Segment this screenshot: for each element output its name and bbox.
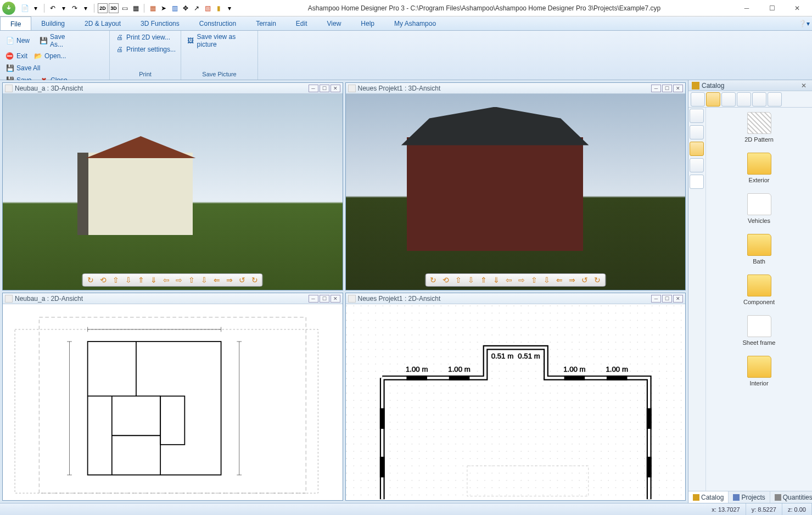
catalog-item-interior[interactable]: Interior <box>710 356 808 387</box>
cat-tab-6[interactable] <box>768 92 782 107</box>
catalog-item-component[interactable]: Component <box>710 275 808 305</box>
cat-tab-4[interactable] <box>737 92 751 107</box>
save-as-button[interactable]: 💾Save As... <box>37 32 80 49</box>
nav-up-icon[interactable]: ⇧ <box>453 275 464 285</box>
qat-new-doc[interactable]: 📄 <box>20 3 30 13</box>
view-minimize[interactable]: ─ <box>309 295 318 303</box>
view-close[interactable]: ✕ <box>331 295 340 303</box>
nav-right2-icon[interactable]: ⇒ <box>224 275 235 285</box>
qat-grid[interactable]: ▦ <box>148 3 158 13</box>
nav-tilt-right-icon[interactable]: ↻ <box>592 275 603 285</box>
menu-terrain[interactable]: Terrain <box>246 16 286 30</box>
open-button[interactable]: 📂Open... <box>32 51 64 61</box>
qat-cols[interactable]: ▥ <box>170 3 180 13</box>
qat-dropdown[interactable]: ▾ <box>31 3 41 13</box>
view-close[interactable]: ✕ <box>673 295 683 303</box>
menu-2d-layout[interactable]: 2D & Layout <box>75 16 131 30</box>
view-minimize[interactable]: ─ <box>651 85 661 92</box>
nav-right-icon[interactable]: ⇨ <box>516 275 527 285</box>
print-2d-button[interactable]: 🖨Print 2D view... <box>113 32 179 43</box>
nav-tilt-right-icon[interactable]: ↻ <box>249 275 260 285</box>
nav-rotate-icon[interactable]: ⟲ <box>440 275 451 285</box>
cat-tab-3[interactable] <box>721 92 736 107</box>
tab-quantities[interactable]: Quantities <box>770 491 812 503</box>
nav-rotate-icon[interactable]: ⟲ <box>98 275 109 285</box>
qat-undo[interactable]: ↶ <box>48 3 58 13</box>
qat-dropdown[interactable]: ▾ <box>81 3 91 13</box>
close-button[interactable]: ✕ <box>785 1 810 16</box>
tab-catalog[interactable]: Catalog <box>688 491 729 503</box>
view-minimize[interactable]: ─ <box>651 295 661 303</box>
cat-tab-5[interactable] <box>752 92 766 107</box>
menu-3d-functions[interactable]: 3D Functions <box>131 16 189 30</box>
nav-up3-icon[interactable]: ⇧ <box>186 275 197 285</box>
catalog-item-sheet-frame[interactable]: Sheet frame <box>710 315 808 346</box>
catalog-item-2d-pattern[interactable]: 2D Pattern <box>710 112 808 143</box>
menu-view[interactable]: View <box>317 16 351 30</box>
qat-xsplit[interactable]: ▦ <box>131 3 141 13</box>
view-maximize[interactable]: ☐ <box>662 85 672 92</box>
cat-tab-1[interactable] <box>691 92 705 107</box>
nav-right2-icon[interactable]: ⇒ <box>567 275 578 285</box>
nav-up3-icon[interactable]: ⇧ <box>529 275 540 285</box>
qat-book[interactable]: ▮ <box>214 3 223 13</box>
new-button[interactable]: 📄New <box>3 32 35 49</box>
qat-hsplit[interactable]: ▭ <box>120 3 130 13</box>
catalog-close-icon[interactable]: ✕ <box>801 82 809 89</box>
menu-file[interactable]: File <box>0 16 31 30</box>
view-maximize[interactable]: ☐ <box>320 295 329 303</box>
view-close[interactable]: ✕ <box>673 85 683 92</box>
nav-down3-icon[interactable]: ⇩ <box>199 275 210 285</box>
view-body[interactable] <box>3 304 343 500</box>
cat-left-4[interactable] <box>690 158 704 172</box>
view-close[interactable]: ✕ <box>331 85 340 92</box>
nav-up2-icon[interactable]: ⇑ <box>478 275 489 285</box>
nav-down2-icon[interactable]: ⇓ <box>491 275 502 285</box>
cat-left-2[interactable] <box>690 125 704 139</box>
cat-left-5[interactable] <box>690 175 704 189</box>
cat-tab-2[interactable] <box>706 92 720 107</box>
menu-construction[interactable]: Construction <box>189 16 246 30</box>
catalog-items[interactable]: 2D Pattern Exterior Vehicles Bath Compon… <box>706 108 812 491</box>
view-maximize[interactable]: ☐ <box>320 85 329 92</box>
view-minimize[interactable]: ─ <box>309 85 318 92</box>
nav-left2-icon[interactable]: ⇐ <box>554 275 565 285</box>
nav-up2-icon[interactable]: ⇑ <box>136 275 147 285</box>
printer-settings-button[interactable]: 🖨Printer settings... <box>113 44 179 55</box>
minimize-button[interactable]: ─ <box>734 1 759 16</box>
view-body[interactable]: ↻ ⟲ ⇧ ⇩ ⇑ ⇓ ⇦ ⇨ ⇧ ⇩ ⇐ ⇒ ↺ ↻ <box>346 94 686 290</box>
tab-projects[interactable]: Projects <box>729 491 770 503</box>
view-body[interactable]: 1.00 m1.00 m 1.00 m1.00 m 0.51 m0.51 m <box>346 304 686 500</box>
menu-building[interactable]: Building <box>31 16 75 30</box>
qat-arrow[interactable]: ↗ <box>192 3 201 13</box>
nav-left-icon[interactable]: ⇦ <box>161 275 172 285</box>
catalog-item-bath[interactable]: Bath <box>710 234 808 265</box>
qat-swatch[interactable]: ▧ <box>203 3 212 13</box>
nav-up-icon[interactable]: ⇧ <box>110 275 121 285</box>
qat-redo[interactable]: ↷ <box>70 3 80 13</box>
qat-dropdown[interactable]: ▾ <box>225 3 234 13</box>
nav-left2-icon[interactable]: ⇐ <box>211 275 222 285</box>
nav-tilt-left-icon[interactable]: ↺ <box>237 275 248 285</box>
help-icon[interactable]: ❔▾ <box>796 16 812 30</box>
nav-tilt-left-icon[interactable]: ↺ <box>579 275 590 285</box>
nav-down-icon[interactable]: ⇩ <box>466 275 477 285</box>
view-maximize[interactable]: ☐ <box>662 295 672 303</box>
maximize-button[interactable]: ☐ <box>759 1 785 16</box>
cat-left-1[interactable] <box>690 109 704 123</box>
menu-help[interactable]: Help <box>351 16 384 30</box>
qat-move[interactable]: ✥ <box>181 3 191 13</box>
qat-dropdown[interactable]: ▾ <box>59 3 69 13</box>
exit-button[interactable]: ⛔Exit <box>3 51 30 61</box>
cat-left-3[interactable] <box>690 142 704 156</box>
save-all-button[interactable]: 💾Save All <box>3 63 46 74</box>
catalog-item-exterior[interactable]: Exterior <box>710 153 808 183</box>
view-body[interactable]: ↻ ⟲ ⇧ ⇩ ⇑ ⇓ ⇦ ⇨ ⇧ ⇩ ⇐ ⇒ ↺ ↻ <box>3 94 343 290</box>
nav-down3-icon[interactable]: ⇩ <box>541 275 552 285</box>
menu-my-ashampoo[interactable]: My Ashampoo <box>384 16 446 30</box>
menu-edit[interactable]: Edit <box>286 16 317 30</box>
nav-right-icon[interactable]: ⇨ <box>173 275 184 285</box>
nav-left-icon[interactable]: ⇦ <box>503 275 514 285</box>
nav-down-icon[interactable]: ⇩ <box>123 275 134 285</box>
catalog-item-vehicles[interactable]: Vehicles <box>710 193 808 224</box>
